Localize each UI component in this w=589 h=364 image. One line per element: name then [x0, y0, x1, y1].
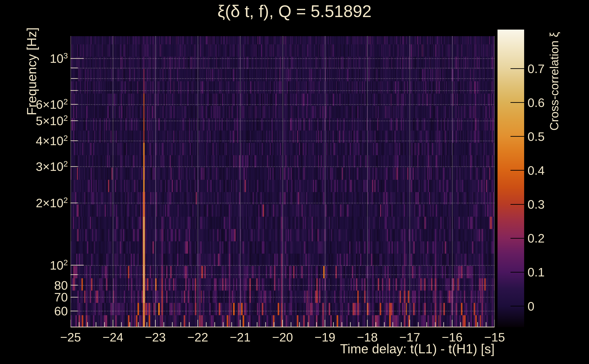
colorbar-tick: [510, 306, 524, 306]
colorbar-tick: [510, 170, 524, 171]
y-tick-label: 103: [9, 52, 68, 65]
colorbar-tick: [510, 136, 524, 137]
colorbar-tick-label: 0: [528, 299, 582, 313]
colorbar-tick: [510, 68, 524, 69]
colorbar-tick-label: 0.4: [528, 163, 582, 177]
colorbar-title: Cross-correlation ξ: [548, 32, 561, 130]
y-tick-label: 60: [9, 304, 68, 318]
colorbar-tick: [510, 272, 524, 273]
colorbar-tick-label: 0.3: [528, 197, 582, 211]
colorbar-tick-label: 0.1: [528, 265, 582, 279]
colorbar-tick: [510, 102, 524, 103]
y-tick-label: 4×102: [9, 134, 68, 148]
colorbar-tick-label: 0.2: [528, 231, 582, 245]
y-tick-label: 5×102: [9, 114, 68, 128]
heatmap-canvas: [71, 36, 495, 327]
colorbar-tick-label: 0.5: [528, 130, 582, 143]
y-tick-label: 2×102: [9, 196, 68, 210]
y-tick-label: 70: [9, 290, 68, 304]
colorbar-gradient: [497, 30, 524, 327]
colorbar-tick: [510, 238, 524, 239]
y-tick-label: 6×102: [9, 98, 68, 111]
colorbar-tick: [510, 204, 524, 205]
y-tick-label: 3×102: [9, 160, 68, 173]
y-tick-label: 80: [9, 279, 68, 292]
chart-title: ξ(δ t, f), Q = 5.51892: [0, 2, 589, 20]
y-tick-label: 102: [9, 259, 68, 272]
x-axis-title: Time delay: t(L1) - t(H1) [s]: [340, 342, 495, 356]
